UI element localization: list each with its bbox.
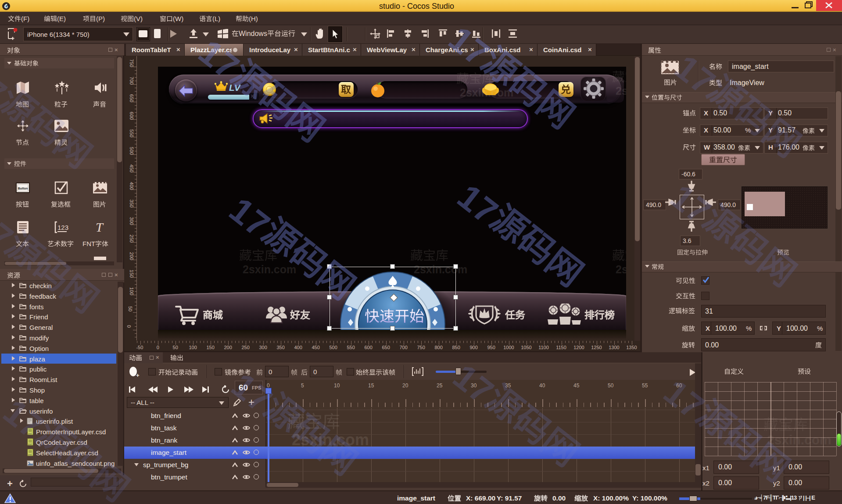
svg-text:123: 123	[57, 224, 68, 231]
svg-text:csd: csd	[28, 443, 32, 445]
svg-text:csd: csd	[28, 432, 32, 435]
svg-text:csd: csd	[28, 453, 32, 456]
svg-text:T: T	[96, 220, 104, 234]
svg-text:Button: Button	[18, 187, 28, 190]
